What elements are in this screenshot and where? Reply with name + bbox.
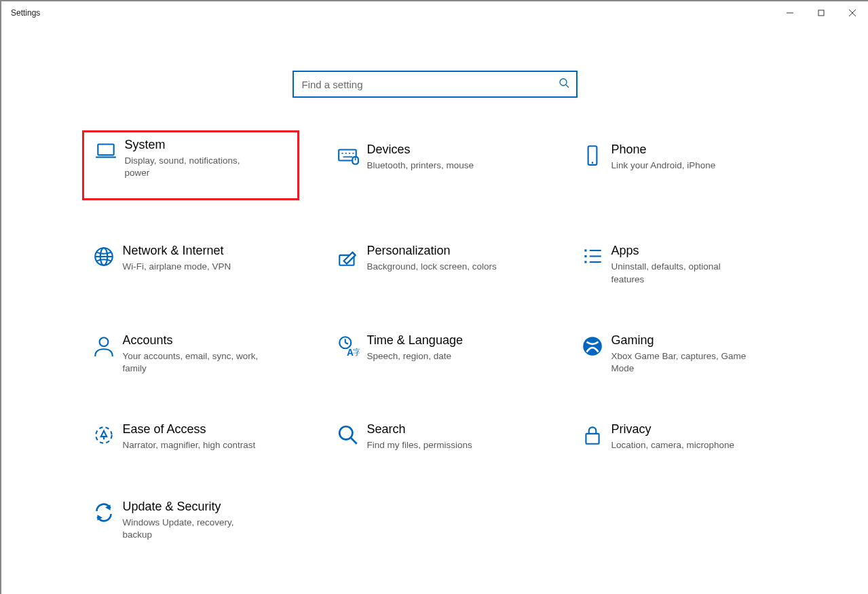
- category-update[interactable]: Update & SecurityWindows Update, recover…: [82, 496, 299, 545]
- category-network[interactable]: Network & InternetWi-Fi, airplane mode, …: [82, 240, 299, 289]
- title-bar: Settings: [1, 1, 868, 24]
- xbox-icon: [573, 333, 611, 358]
- category-desc: Find my files, permissions: [367, 439, 510, 451]
- category-desc: Background, lock screen, colors: [367, 261, 510, 273]
- lock-icon: [573, 422, 611, 447]
- category-apps[interactable]: AppsUninstall, defaults, optional featur…: [571, 240, 788, 289]
- category-title: Gaming: [611, 333, 782, 348]
- globe-icon: [85, 244, 123, 268]
- maximize-icon: [818, 10, 825, 16]
- settings-grid: SystemDisplay, sound, notifications, pow…: [82, 138, 788, 572]
- category-accounts[interactable]: AccountsYour accounts, email, sync, work…: [82, 329, 299, 379]
- category-title: Phone: [611, 143, 782, 157]
- minimize-icon: [787, 10, 793, 16]
- category-desc: Display, sound, notifications, power: [125, 155, 267, 179]
- category-title: Apps: [611, 244, 782, 258]
- search-input[interactable]: [302, 79, 559, 90]
- category-title: Search: [367, 422, 538, 437]
- content-area: SystemDisplay, sound, notifications, pow…: [1, 54, 868, 594]
- phone-icon: [573, 143, 611, 167]
- category-desc: Bluetooth, printers, mouse: [367, 160, 510, 172]
- header-spacer: [1, 24, 868, 54]
- category-time[interactable]: Time & LanguageSpeech, region, date: [326, 329, 544, 379]
- search-icon: [559, 77, 569, 91]
- category-gaming[interactable]: GamingXbox Game Bar, captures, Game Mode: [571, 329, 788, 379]
- svg-rect-1: [818, 10, 824, 16]
- category-title: Ease of Access: [123, 422, 294, 437]
- category-desc: Your accounts, email, sync, work, family: [123, 350, 265, 375]
- svg-line-5: [566, 85, 569, 88]
- search-icon: [329, 422, 367, 447]
- svg-point-4: [560, 79, 567, 86]
- sync-icon: [85, 500, 123, 524]
- close-button[interactable]: [837, 1, 868, 24]
- category-privacy[interactable]: PrivacyLocation, camera, microphone: [571, 418, 788, 456]
- category-desc: Uninstall, defaults, optional features: [611, 261, 754, 285]
- category-phone[interactable]: PhoneLink your Android, iPhone: [571, 138, 788, 200]
- category-desc: Speech, region, date: [367, 350, 510, 363]
- category-title: Update & Security: [123, 500, 294, 514]
- ease-icon: [85, 422, 123, 447]
- window-title: Settings: [1, 8, 40, 18]
- category-desc: Narrator, magnifier, high contrast: [123, 439, 265, 451]
- category-devices[interactable]: DevicesBluetooth, printers, mouse: [326, 138, 544, 200]
- category-ease[interactable]: Ease of AccessNarrator, magnifier, high …: [82, 418, 299, 456]
- category-desc: Location, camera, microphone: [611, 439, 754, 451]
- category-title: Accounts: [123, 333, 294, 348]
- category-system[interactable]: SystemDisplay, sound, notifications, pow…: [82, 130, 299, 200]
- category-title: Privacy: [611, 422, 782, 437]
- person-icon: [85, 333, 123, 358]
- category-search[interactable]: SearchFind my files, permissions: [326, 418, 544, 456]
- category-desc: Windows Update, recovery, backup: [123, 517, 265, 541]
- time-lang-icon: [329, 333, 367, 358]
- category-title: Network & Internet: [123, 244, 294, 258]
- search-box[interactable]: [293, 71, 578, 98]
- keyboard-icon: [329, 143, 367, 167]
- category-desc: Xbox Game Bar, captures, Game Mode: [611, 350, 754, 375]
- category-title: Personalization: [367, 244, 538, 258]
- category-title: Time & Language: [367, 333, 538, 348]
- category-desc: Wi-Fi, airplane mode, VPN: [123, 261, 265, 273]
- close-icon: [849, 10, 856, 16]
- category-desc: Link your Android, iPhone: [611, 160, 754, 172]
- maximize-button[interactable]: [806, 1, 837, 24]
- category-title: Devices: [367, 143, 538, 157]
- category-personalization[interactable]: PersonalizationBackground, lock screen, …: [326, 240, 544, 289]
- list-icon: [573, 244, 611, 268]
- pen-icon: [329, 244, 367, 268]
- laptop-icon: [87, 138, 125, 162]
- category-title: System: [125, 138, 292, 152]
- minimize-button[interactable]: [774, 1, 806, 24]
